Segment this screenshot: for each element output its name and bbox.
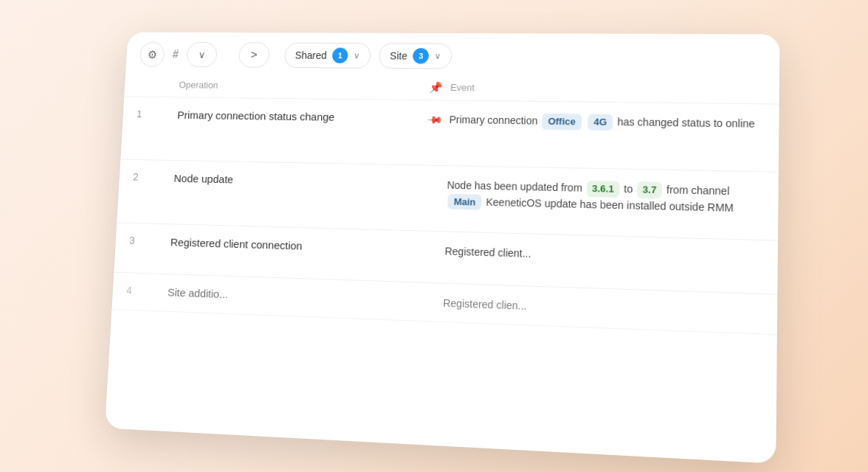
row-op-3: Registered client connection	[170, 235, 416, 255]
row-op-2: Node update	[173, 170, 418, 189]
row-event-2: Node has been updated from 3.6.1 to 3.7 …	[447, 176, 763, 217]
table-body: 1 Primary connection status change 📌 Pri…	[111, 97, 779, 336]
row-num-3: 3	[129, 233, 171, 247]
shared-chevron-icon: ∨	[354, 51, 360, 61]
col-operation-header: Operation	[179, 72, 422, 100]
shared-badge: 1	[332, 48, 348, 63]
version-to-tag: 3.7	[637, 181, 662, 198]
nav-forward-button[interactable]: >	[238, 42, 270, 67]
shared-label: Shared	[294, 49, 327, 61]
row-event-4: Registered clien...	[443, 294, 762, 323]
4g-tag: 4G	[588, 114, 613, 131]
row-event-3: Registered client...	[444, 242, 762, 268]
site-badge: 3	[413, 48, 429, 63]
site-chevron-icon: ∨	[435, 51, 441, 61]
pin-icon: 📌	[429, 80, 443, 94]
row-pin-2	[418, 176, 447, 179]
row-num-1: 1	[137, 107, 178, 120]
row-pin-1: 📌	[420, 111, 450, 125]
office-tag: Office	[542, 114, 582, 130]
main-channel-tag: Main	[448, 193, 482, 209]
forward-icon: >	[250, 49, 258, 61]
gear-button[interactable]: ⚙	[140, 42, 165, 67]
row-op-1: Primary connection status change	[177, 108, 421, 125]
col-pin-header: 📌	[421, 74, 451, 100]
row-event-1: Primary connection Office 4G has changed…	[449, 111, 763, 132]
site-label: Site	[390, 50, 407, 62]
shared-filter-button[interactable]: Shared 1 ∨	[284, 43, 371, 69]
main-card: ⚙ # ∨ > Shared 1 ∨ Site 3 ∨ Operation 📌 …	[105, 32, 780, 464]
pin-icon-1: 📌	[427, 111, 444, 128]
row-op-4: Site additio...	[168, 285, 414, 308]
hash-icon: #	[172, 48, 179, 60]
row-num-2: 2	[133, 170, 174, 183]
toolbar-row-1: ⚙ # ∨ > Shared 1 ∨ Site 3 ∨	[125, 32, 779, 77]
site-filter-button[interactable]: Site 3 ∨	[379, 43, 452, 69]
col-num-header	[138, 72, 180, 97]
version-from-tag: 3.6.1	[587, 181, 620, 198]
row-num-4: 4	[126, 283, 168, 297]
col-event-header: Event	[450, 74, 764, 103]
chevron-down-icon: ∨	[198, 49, 205, 60]
row-pin-3	[416, 241, 445, 245]
chevron-down-button[interactable]: ∨	[186, 42, 218, 67]
gear-icon: ⚙	[147, 48, 157, 61]
row-pin-4	[414, 293, 444, 296]
